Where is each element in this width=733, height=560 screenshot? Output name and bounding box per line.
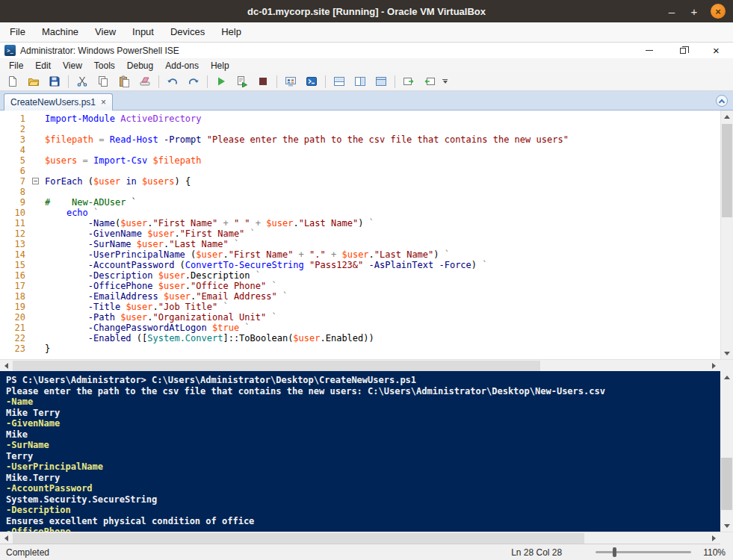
vm-menu-view[interactable]: View — [87, 22, 124, 42]
toolbar-separator — [158, 75, 159, 88]
toolbar-separator — [207, 75, 208, 88]
script-pane-toggle-button[interactable] — [420, 73, 439, 90]
code-line: Import-Module ActiveDirectory — [45, 113, 733, 124]
scroll-thumb[interactable] — [722, 124, 732, 217]
code-line — [45, 124, 733, 134]
console-line: Mike.Terry — [6, 473, 733, 484]
console-text[interactable]: PS C:\Users\Administrator> C:\Users\Admi… — [0, 371, 733, 532]
show-script-pane-right-button[interactable] — [350, 73, 370, 90]
ise-restore-button[interactable] — [666, 43, 699, 58]
script-editor-pane[interactable]: 1234567891011121314151617181920212223 − … — [0, 111, 733, 359]
vm-menubar: File Machine View Input Devices Help — [0, 22, 733, 43]
scroll-track[interactable] — [721, 122, 733, 347]
ise-menu-addons[interactable]: Add-ons — [159, 60, 205, 71]
new-script-icon — [7, 75, 19, 87]
scroll-thumb[interactable] — [13, 361, 540, 371]
undo-button[interactable] — [163, 73, 182, 90]
console-vscrollbar[interactable] — [720, 371, 733, 532]
scroll-left-button[interactable] — [0, 532, 13, 544]
vm-menu-devices[interactable]: Devices — [162, 22, 213, 42]
show-script-pane-top-button[interactable] — [330, 73, 349, 90]
ise-menubar: File Edit View Tools Debug Add-ons Help — [0, 58, 733, 72]
toolbar-overflow-button[interactable] — [442, 79, 448, 84]
vm-minimize-button[interactable]: – — [666, 6, 678, 17]
console-line: Ensures excellent physical condition of … — [6, 516, 733, 527]
code-line: # New-ADUser ` — [45, 197, 733, 208]
line-number: 19 — [0, 302, 25, 312]
scroll-down-button[interactable] — [721, 347, 733, 359]
fold-collapse-marker[interactable]: − — [32, 178, 39, 184]
console-hscrollbar[interactable] — [0, 532, 733, 544]
ise-menu-view[interactable]: View — [57, 60, 88, 71]
ise-minimize-button[interactable] — [632, 43, 666, 58]
vm-titlebar[interactable]: dc-01.mycorp.site [Running] - Oracle VM … — [0, 0, 733, 22]
vm-close-button[interactable]: × — [711, 4, 726, 19]
open-script-button[interactable] — [24, 73, 43, 90]
scroll-thumb[interactable] — [13, 533, 584, 544]
vm-menu-input[interactable]: Input — [124, 22, 162, 42]
code-line — [45, 145, 733, 155]
run-selection-button[interactable] — [232, 73, 252, 90]
redo-button[interactable] — [184, 73, 203, 90]
overflow-bar — [442, 79, 448, 80]
code-line: } — [45, 343, 733, 354]
stop-operation-button[interactable] — [253, 73, 273, 90]
powershell-ise-icon — [4, 45, 16, 56]
ise-menu-debug[interactable]: Debug — [121, 60, 159, 71]
scroll-right-button[interactable] — [708, 360, 720, 372]
ise-menu-edit[interactable]: Edit — [29, 60, 57, 71]
script-tab-bar: CreateNewUsers.ps1 × — [0, 91, 733, 111]
ise-title: Administrator: Windows PowerShell ISE — [20, 46, 179, 56]
editor-hscrollbar[interactable] — [0, 359, 733, 371]
code-line: -Description $user.Description ` — [45, 270, 733, 281]
scroll-thumb[interactable] — [721, 458, 732, 510]
status-text: Completed — [6, 547, 49, 558]
script-pane-maximized-icon — [375, 75, 387, 87]
line-number: 11 — [0, 218, 25, 228]
copy-button[interactable] — [93, 73, 113, 90]
scroll-up-button[interactable] — [720, 371, 733, 383]
open-folder-icon — [28, 75, 40, 87]
paste-button[interactable] — [114, 73, 134, 90]
zoom-slider-thumb[interactable] — [613, 547, 616, 557]
vm-menu-machine[interactable]: Machine — [34, 22, 87, 42]
new-script-button[interactable] — [3, 73, 22, 90]
scroll-down-button[interactable] — [720, 520, 733, 532]
run-script-button[interactable] — [211, 73, 231, 90]
new-remote-powershell-tab-button[interactable] — [281, 73, 300, 90]
collapse-script-pane-button[interactable] — [716, 95, 728, 107]
scroll-track[interactable] — [720, 383, 733, 520]
scroll-right-button[interactable] — [708, 532, 720, 544]
console-pane[interactable]: PS C:\Users\Administrator> C:\Users\Admi… — [0, 371, 733, 532]
chevron-down-icon — [443, 81, 448, 84]
line-number: 21 — [0, 323, 25, 333]
line-number: 18 — [0, 291, 25, 302]
show-script-pane-maximized-button[interactable] — [371, 73, 391, 90]
chevron-up-icon — [719, 99, 725, 105]
start-powershell-exe-button[interactable] — [302, 73, 321, 90]
ise-titlebar[interactable]: Administrator: Windows PowerShell ISE — [0, 43, 733, 58]
scroll-up-button[interactable] — [721, 111, 733, 122]
cut-button[interactable] — [72, 73, 92, 90]
vm-maximize-button[interactable]: + — [688, 6, 700, 17]
scroll-left-button[interactable] — [0, 360, 13, 372]
virtualbox-window: dc-01.mycorp.site [Running] - Oracle VM … — [0, 0, 733, 560]
code-area[interactable]: Import-Module ActiveDirectory$filepath =… — [45, 111, 733, 359]
zoom-slider[interactable] — [596, 551, 691, 553]
ise-menu-tools[interactable]: Tools — [88, 60, 121, 71]
ise-close-button[interactable] — [699, 43, 733, 58]
vm-menu-file[interactable]: File — [1, 22, 34, 42]
ise-menu-file[interactable]: File — [3, 60, 29, 71]
ise-menu-help[interactable]: Help — [205, 60, 235, 71]
show-command-window-button[interactable] — [399, 73, 418, 90]
editor-vscrollbar[interactable] — [720, 111, 733, 359]
clear-console-button[interactable] — [135, 73, 155, 90]
line-number: 14 — [0, 249, 25, 260]
vm-menu-help[interactable]: Help — [213, 22, 250, 42]
tab-createnewusers[interactable]: CreateNewUsers.ps1 × — [4, 93, 113, 111]
console-line: Mike Terry — [6, 408, 733, 419]
scrollbar-corner — [720, 360, 733, 372]
triangle-up-icon — [724, 376, 730, 379]
save-button[interactable] — [45, 73, 64, 90]
tab-close-icon[interactable]: × — [101, 98, 106, 107]
